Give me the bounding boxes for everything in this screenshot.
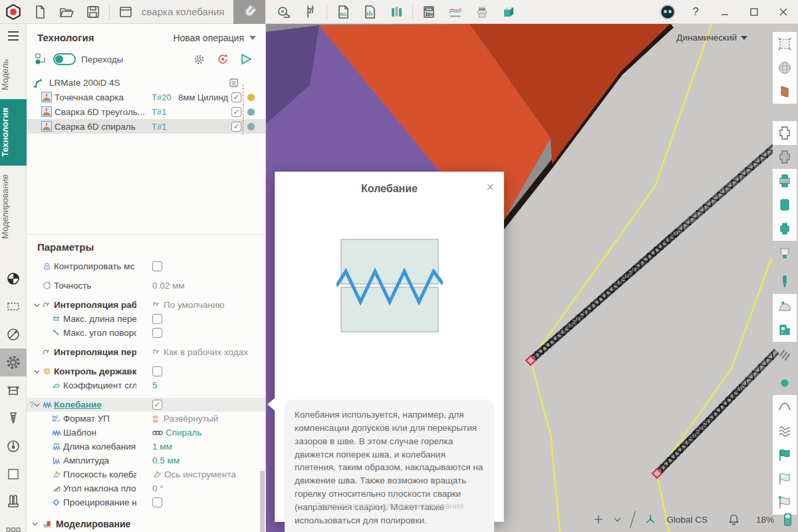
tool-icon[interactable] [0,404,27,432]
param-row[interactable]: Амплитуда 0.5 мм [27,454,265,467]
param-row[interactable]: Макс. длина пере [27,312,265,326]
operation-checkbox[interactable] [231,92,241,102]
robot-assistant-button[interactable] [654,0,681,24]
postprocessor-button[interactable] [773,318,797,342]
param-checkbox[interactable] [152,328,162,338]
param-row[interactable]: Контроль державк [27,364,265,378]
tab-technology[interactable]: Технология [0,99,27,166]
blank-square-icon[interactable] [0,460,27,488]
param-checkbox[interactable] [152,314,162,324]
measure-tape-button[interactable] [271,0,297,24]
param-row[interactable]: Длина колебания 1 мм [27,440,265,454]
new-operation-dropdown[interactable]: Новая операция [173,33,256,43]
chevron-down-icon[interactable] [32,522,38,526]
maximize-button[interactable] [739,0,769,24]
point-mode-button[interactable] [773,371,797,395]
tool-teal-band-button[interactable] [773,169,797,193]
tool-gray-button[interactable] [773,145,797,169]
param-row[interactable]: Точность 0.02 мм [27,279,265,293]
sphere-view-button[interactable] [773,56,797,80]
param-row[interactable]: Угол наклона плос 0 ° [27,481,265,495]
tool-cylinder-button[interactable] [773,193,797,217]
sheet-face-button[interactable] [773,80,797,104]
tree-row-operation[interactable]: Точечная сварка T#20 8мм Цилинд [27,90,265,104]
param-checkbox[interactable] [152,497,162,507]
clamp-icon[interactable] [0,488,27,516]
nc-program-button[interactable]: N1 [330,0,356,24]
tree-row-robot[interactable]: LRMate 200iD 4S [27,75,265,90]
minimize-button[interactable] [710,0,739,24]
view-mode-dropdown[interactable]: Динамический [676,33,747,43]
waves-mode-button[interactable] [773,419,797,443]
chevron-down-icon[interactable] [32,303,41,307]
param-row[interactable]: NIGN2 Формат УП G1G0 Развёрнутый [27,412,265,426]
play-simulation-button[interactable] [240,53,252,65]
tree-row-operation[interactable]: Сварка 6D треуголь... T#1 [27,104,265,119]
help-icon[interactable]: ? [29,400,34,410]
curve-mode-button[interactable] [773,395,797,419]
viewport-3d[interactable]: Динамический [266,24,798,532]
compass-icon[interactable] [0,321,27,348]
flag-filled-button[interactable] [773,443,797,467]
press-icon[interactable] [0,376,27,404]
cs-label[interactable]: Global CS [666,515,708,525]
save-project-button[interactable] [80,0,106,24]
operation-settings-gear-icon[interactable] [193,53,205,66]
param-row[interactable]: Проецирование на [27,495,265,509]
tree-row-operation-selected[interactable]: Сварка 6D спираль T#1 [27,119,265,134]
flag-light-button[interactable] [773,467,797,491]
scrollbar[interactable] [260,471,265,532]
open-project-button[interactable] [53,0,80,24]
fit-view-button[interactable] [773,32,797,56]
help-button[interactable]: ? [681,0,710,24]
tools-library-button[interactable] [383,0,410,24]
param-checkbox[interactable] [152,366,162,376]
param-row[interactable]: Коэффициент сгла 5 [27,378,265,392]
calculator-button[interactable] [416,0,442,24]
param-row[interactable]: Контролировать мс [27,259,265,273]
close-icon[interactable]: × [486,180,494,194]
tool-layers-button[interactable] [773,241,797,265]
more-items-icon[interactable] [0,516,27,532]
recalculate-icon[interactable] [216,53,229,66]
report-button[interactable] [356,0,383,24]
param-row[interactable]: Интерполяция раб По умолчанию [27,298,265,312]
param-checkbox[interactable] [152,400,162,410]
param-checkbox[interactable] [152,261,162,271]
tool-teal-button[interactable] [773,217,797,241]
operation-checkbox[interactable] [231,107,241,117]
bell-icon[interactable] [728,513,739,525]
menu-icon[interactable] [0,31,27,41]
new-document-button[interactable] [27,0,53,24]
param-row-oscillation[interactable]: ? Колебание [27,398,265,412]
workpiece-select-icon[interactable] [0,293,27,321]
operation-checkbox[interactable] [231,122,241,132]
tool-outline-button[interactable] [773,121,797,145]
param-label: Колебание [54,400,102,410]
drill-button[interactable] [773,270,797,294]
hatch-lines-button[interactable] [773,342,797,366]
transitions-toggle[interactable] [53,53,76,65]
graphs-button[interactable] [442,0,469,24]
magnet-snap-button[interactable] [233,0,265,24]
tab-model[interactable]: Модель [0,51,27,99]
tab-simulation[interactable]: Моделирование [0,166,27,247]
chevron-down-icon[interactable] [614,517,621,522]
zoom-level[interactable]: 18% [756,515,774,525]
modeling-section-header[interactable]: Моделирование [27,516,265,532]
part-check-button[interactable] [773,294,797,318]
cs-origin-icon[interactable] [0,265,27,293]
gauge-icon[interactable] [0,432,27,460]
machining-stack-button[interactable] [469,0,495,24]
add-cs-icon[interactable] [593,514,604,525]
param-row[interactable]: Макс. угол поворо [27,326,265,340]
param-row[interactable]: Интерполяция пер Как в рабочих ходах [27,345,265,359]
scrollbar-thumb[interactable] [260,471,265,532]
settings-gear-icon[interactable] [0,348,27,376]
workpiece-box-button[interactable] [495,0,522,24]
param-row[interactable]: Плоскость колеба Ось инструмента [27,467,265,481]
close-button[interactable] [769,0,798,24]
param-row[interactable]: Шаблон Спираль [27,426,265,440]
caliper-button[interactable] [297,0,324,24]
chevron-down-icon[interactable] [32,370,41,374]
